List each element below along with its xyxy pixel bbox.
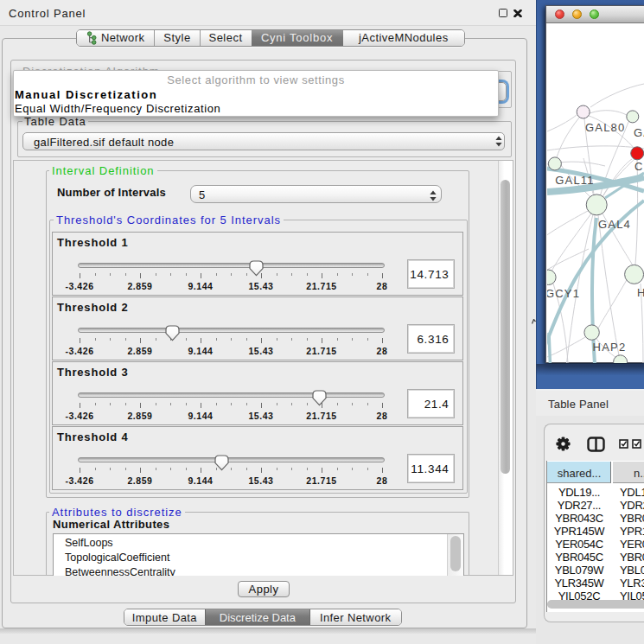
svg-text:GA: GA (634, 126, 644, 139)
svg-text:HAP2: HAP2 (593, 341, 627, 354)
svg-text:GAL11: GAL11 (555, 174, 595, 187)
svg-text:GCY1: GCY1 (547, 287, 580, 300)
svg-text:GAL80: GAL80 (585, 121, 625, 134)
svg-text:HA: HA (637, 286, 644, 299)
svg-text:C: C (634, 160, 644, 173)
svg-text:GAL4: GAL4 (598, 218, 631, 231)
